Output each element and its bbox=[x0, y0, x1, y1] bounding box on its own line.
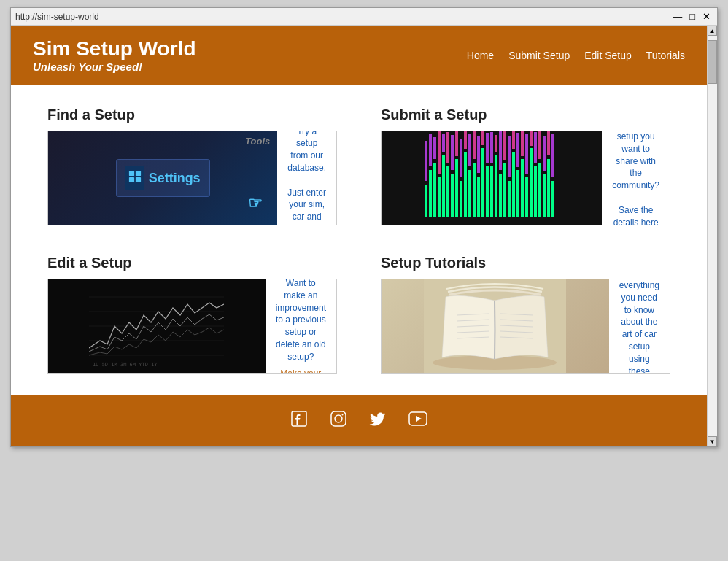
scrollbar[interactable]: ▲ ▼ bbox=[707, 26, 717, 446]
facebook-icon[interactable] bbox=[290, 410, 308, 432]
close-button[interactable]: ✕ bbox=[700, 11, 713, 22]
svg-rect-22 bbox=[425, 141, 427, 181]
svg-rect-50 bbox=[547, 159, 550, 217]
scroll-up-button[interactable]: ▲ bbox=[708, 26, 717, 36]
svg-rect-12 bbox=[446, 166, 449, 217]
svg-rect-61 bbox=[530, 131, 533, 146]
edit-setup-image: 1D 5D 1M 3M 6M YTD 1Y bbox=[48, 279, 266, 373]
find-setup-title: Find a Setup bbox=[47, 107, 337, 123]
svg-rect-0 bbox=[129, 171, 134, 176]
site-title: Sim Setup World bbox=[33, 37, 196, 61]
svg-rect-44 bbox=[521, 159, 524, 217]
edit-setup-info: Want to make an improvement to a previou… bbox=[266, 279, 336, 373]
svg-rect-23 bbox=[429, 134, 432, 166]
youtube-icon[interactable] bbox=[408, 410, 427, 432]
tutorials-card[interactable]: Learn everything you need to know about … bbox=[381, 279, 670, 374]
svg-rect-29 bbox=[455, 131, 458, 156]
tutorials-text: Learn everything you need to know about … bbox=[619, 279, 659, 374]
svg-rect-3 bbox=[136, 177, 141, 182]
svg-rect-43 bbox=[516, 170, 519, 217]
tools-label: Tools bbox=[245, 136, 270, 147]
svg-rect-60 bbox=[525, 134, 528, 174]
svg-rect-41 bbox=[508, 181, 511, 217]
svg-point-92 bbox=[342, 414, 344, 416]
svg-rect-59 bbox=[521, 131, 524, 156]
svg-rect-18 bbox=[473, 163, 476, 217]
find-setup-info: Try a setup from our database. Just ente… bbox=[277, 131, 336, 225]
site-footer bbox=[11, 395, 707, 446]
maximize-button[interactable]: □ bbox=[687, 11, 697, 22]
svg-rect-65 bbox=[547, 131, 550, 155]
svg-rect-55 bbox=[503, 131, 506, 160]
svg-rect-32 bbox=[468, 134, 471, 166]
find-setup-image: Settings Tools ☞ bbox=[48, 131, 277, 225]
address-bar[interactable]: http://sim-setup-world bbox=[15, 12, 670, 22]
svg-rect-54 bbox=[499, 131, 502, 170]
svg-rect-9 bbox=[433, 163, 436, 217]
edit-setup-text: Want to make an improvement to a previou… bbox=[276, 279, 326, 363]
site-branding: Sim Setup World Unleash Your Speed! bbox=[33, 37, 196, 73]
browser-chrome: http://sim-setup-world — □ ✕ bbox=[11, 8, 717, 26]
nav-tutorials[interactable]: Tutorials bbox=[646, 50, 685, 61]
browser-window: http://sim-setup-world — □ ✕ Sim Setup W… bbox=[10, 7, 718, 447]
svg-marker-94 bbox=[416, 416, 422, 422]
instagram-icon[interactable] bbox=[330, 410, 347, 432]
find-setup-text: Try a setup from our database. Just ente… bbox=[287, 131, 326, 225]
svg-rect-10 bbox=[438, 177, 441, 217]
svg-rect-64 bbox=[543, 136, 546, 171]
svg-rect-26 bbox=[442, 134, 445, 152]
edit-setup-title: Edit a Setup bbox=[47, 255, 337, 271]
browser-body: Sim Setup World Unleash Your Speed! Home… bbox=[11, 26, 717, 446]
svg-point-91 bbox=[335, 415, 342, 422]
svg-rect-48 bbox=[538, 163, 541, 217]
svg-rect-90 bbox=[331, 411, 346, 426]
card-section-submit-setup: Submit a Setup bbox=[381, 107, 670, 225]
minimize-button[interactable]: — bbox=[670, 11, 684, 22]
tutorials-image bbox=[382, 279, 609, 373]
svg-rect-15 bbox=[460, 181, 462, 217]
svg-rect-38 bbox=[495, 155, 497, 217]
submit-setup-info: Created a race-winning setup you want to… bbox=[602, 131, 670, 225]
settings-icon-box bbox=[125, 166, 144, 190]
scroll-thumb[interactable] bbox=[708, 40, 717, 84]
card-section-edit-setup: Edit a Setup bbox=[47, 255, 337, 374]
card-section-tutorials: Setup Tutorials bbox=[381, 255, 670, 374]
svg-rect-13 bbox=[451, 174, 454, 217]
svg-rect-1 bbox=[136, 171, 141, 176]
nav-edit-setup[interactable]: Edit Setup bbox=[584, 50, 632, 61]
submit-setup-title: Submit a Setup bbox=[381, 107, 670, 123]
tutorials-info: Learn everything you need to know about … bbox=[609, 279, 670, 373]
svg-rect-21 bbox=[486, 166, 489, 217]
twitter-icon[interactable] bbox=[369, 410, 387, 432]
svg-rect-27 bbox=[446, 132, 449, 163]
main-content: Find a Setup bbox=[11, 85, 707, 395]
nav-home[interactable]: Home bbox=[467, 50, 494, 61]
nav-submit-setup[interactable]: Submit Setup bbox=[508, 50, 570, 61]
browser-controls: — □ ✕ bbox=[670, 11, 713, 22]
settings-label: Settings bbox=[149, 171, 201, 186]
svg-rect-56 bbox=[508, 136, 511, 177]
svg-rect-53 bbox=[495, 135, 497, 152]
tutorials-title: Setup Tutorials bbox=[381, 255, 670, 271]
edit-setup-link: Make your changes here. bbox=[276, 368, 326, 374]
svg-rect-66 bbox=[551, 134, 554, 177]
svg-rect-47 bbox=[534, 166, 537, 217]
submit-setup-text: Created a race-winning setup you want to… bbox=[612, 131, 659, 225]
svg-rect-40 bbox=[503, 163, 506, 217]
svg-rect-37 bbox=[490, 166, 493, 217]
svg-rect-14 bbox=[455, 159, 458, 217]
scroll-down-button[interactable]: ▼ bbox=[708, 436, 717, 446]
svg-rect-63 bbox=[538, 131, 541, 159]
svg-rect-51 bbox=[551, 181, 554, 217]
submit-setup-card[interactable]: Created a race-winning setup you want to… bbox=[381, 131, 670, 225]
svg-rect-19 bbox=[477, 177, 480, 217]
site-header: Sim Setup World Unleash Your Speed! Home… bbox=[11, 26, 707, 85]
svg-rect-57 bbox=[512, 131, 515, 149]
svg-rect-2 bbox=[129, 177, 134, 182]
edit-setup-card[interactable]: 1D 5D 1M 3M 6M YTD 1Y Wan bbox=[47, 279, 337, 374]
svg-rect-36 bbox=[486, 133, 489, 163]
find-setup-card[interactable]: Settings Tools ☞ bbox=[47, 131, 337, 225]
svg-rect-35 bbox=[481, 131, 484, 145]
svg-rect-31 bbox=[464, 131, 467, 149]
page-content: Sim Setup World Unleash Your Speed! Home… bbox=[11, 26, 707, 446]
